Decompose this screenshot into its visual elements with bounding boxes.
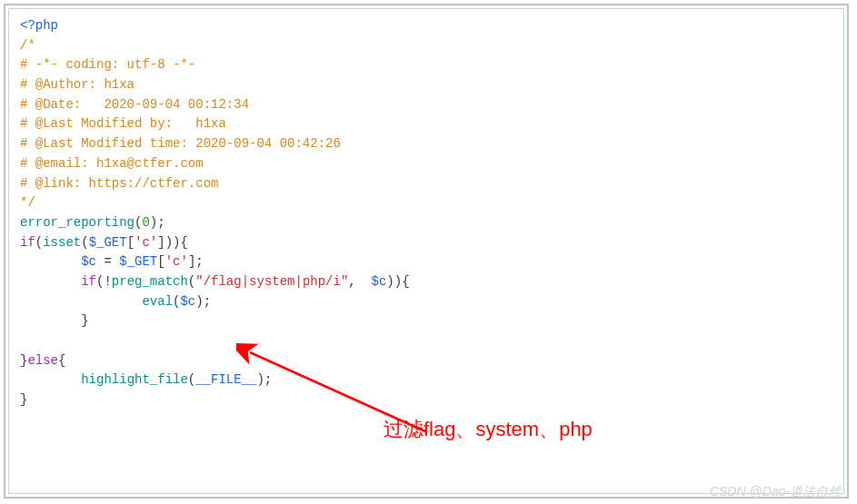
kw-if: if [20, 235, 35, 250]
fn-isset: isset [43, 235, 81, 250]
code-comment: # @Last Modified time: 2020-09-04 00:42:… [20, 134, 832, 154]
code-comment-open: /* [20, 36, 832, 56]
annotation-text: 过滤flag、system、php [384, 416, 593, 443]
code-comment: # @Date: 2020-09-04 00:12:34 [20, 95, 832, 115]
paren-open: ( [188, 274, 195, 289]
kw-if: if [81, 274, 96, 289]
var-get: $_GET [119, 254, 157, 269]
code-line-blank [20, 331, 832, 351]
paren-close: ) [173, 235, 180, 250]
brace-open: { [402, 274, 409, 289]
indent [20, 313, 81, 328]
paren-open: ( [81, 235, 88, 250]
code-if-isset: if(isset($_GET['c'])){ [20, 233, 832, 253]
literal-zero: 0 [142, 215, 149, 230]
code-highlight-file: highlight_file(__FILE__); [20, 371, 832, 390]
code-brace-close: } [20, 311, 832, 331]
brace-open: { [58, 353, 65, 368]
fn-eval: eval [142, 294, 173, 309]
code-if-pregmatch: if(!preg_match("/flag|system|php/i", $c)… [20, 272, 832, 292]
code-comment: # @Last Modified by: h1xa [20, 114, 832, 134]
paren-close-semi: ); [195, 294, 211, 309]
fn-error-reporting: error_reporting [20, 215, 135, 230]
paren-close-semi: ); [256, 372, 272, 387]
paren-close: ) [394, 274, 402, 289]
paren-close: ) [386, 274, 394, 289]
code-comment: # @link: https://ctfer.com [20, 174, 832, 194]
var-c: $c [180, 294, 195, 309]
indent [20, 254, 81, 269]
paren-close: ) [165, 235, 173, 250]
str-c: 'c' [165, 254, 188, 269]
bracket-open: [ [157, 254, 164, 269]
code-comment-close: */ [20, 193, 832, 213]
const-file: __FILE__ [195, 372, 256, 387]
indent [20, 294, 142, 309]
bracket-close: ] [157, 235, 164, 250]
op-not: ! [104, 274, 111, 289]
var-get: $_GET [89, 235, 127, 250]
fn-preg-match: preg_match [112, 274, 188, 289]
indent [20, 274, 81, 289]
watermark-text: CSDN @Dao-道法自然 [710, 484, 841, 500]
code-assign-c: $c = $_GET['c']; [20, 252, 832, 272]
semi: ; [195, 254, 203, 269]
indent [20, 372, 81, 387]
var-c: $c [81, 254, 96, 269]
code-line-php-open: <?php [20, 16, 832, 36]
var-c: $c [372, 274, 387, 289]
brace-close: } [81, 313, 88, 328]
assign: = [96, 254, 119, 269]
comma: , [348, 274, 371, 289]
str-c: 'c' [135, 235, 157, 250]
code-error-reporting: error_reporting(0); [20, 213, 832, 233]
brace-open: { [181, 235, 188, 250]
str-regex: "/flag|system|php/i" [195, 274, 348, 289]
paren-open: ( [188, 372, 195, 387]
code-brace-close: } [20, 390, 832, 410]
code-comment: # @Author: h1xa [20, 75, 832, 95]
bracket-open: [ [127, 235, 135, 250]
fn-highlight-file: highlight_file [81, 372, 188, 387]
code-else: }else{ [20, 351, 832, 371]
code-comment: # @email: h1xa@ctfer.com [20, 154, 832, 174]
paren-close-semi: ); [150, 215, 165, 230]
code-comment: # -*- coding: utf-8 -*- [20, 55, 832, 75]
paren-open: ( [35, 235, 43, 250]
kw-else: else [27, 353, 58, 368]
code-eval: eval($c); [20, 292, 832, 312]
